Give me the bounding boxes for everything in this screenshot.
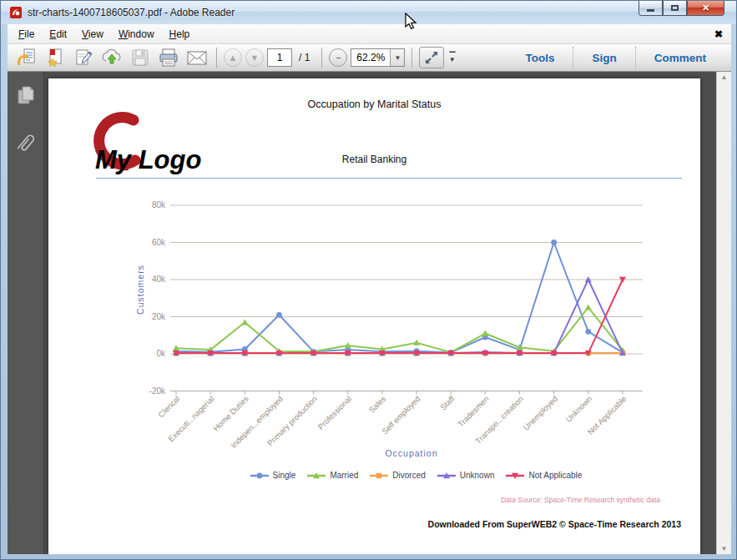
y-tick-label: 80k [152, 200, 166, 209]
zoom-dropdown-button[interactable]: ▼ [390, 49, 404, 66]
document-area: Occupation by Marital Status My Logo Ret… [44, 72, 716, 554]
open-file-button[interactable] [14, 47, 39, 69]
print-icon [158, 48, 179, 68]
menubar-close-icon[interactable]: ✖ [714, 28, 723, 40]
email-icon [186, 48, 208, 68]
x-tick-label: Unknown [563, 394, 593, 424]
y-tick-label: 20k [152, 312, 166, 321]
menu-window[interactable]: Window [111, 26, 162, 43]
legend-marker-icon [437, 472, 457, 480]
series-marker [276, 312, 282, 318]
legend-label: Married [330, 471, 358, 480]
y-tick-label: 60k [152, 238, 166, 247]
create-pdf-icon [45, 48, 65, 68]
cloud-upload-button[interactable] [99, 47, 124, 69]
legend-label: Single [273, 471, 296, 480]
zoom-level-input[interactable]: 62.2% [351, 52, 390, 63]
legend-label: Divorced [392, 471, 425, 480]
y-tick-label: 0k [156, 349, 166, 358]
legend-marker-icon [369, 472, 389, 480]
open-file-icon [17, 48, 37, 68]
print-button[interactable] [156, 47, 181, 69]
minimize-icon [647, 9, 654, 12]
legend-marker-icon [306, 472, 326, 480]
legend-item-married: Married [306, 471, 358, 480]
maximize-icon [671, 5, 679, 11]
fill-sign-icon [73, 48, 93, 68]
email-button[interactable] [184, 47, 209, 69]
series-marker [482, 330, 488, 336]
attachments-paperclip-icon[interactable] [10, 127, 40, 158]
close-icon: ✕ [702, 3, 709, 13]
zoom-control: 62.2% ▼ [351, 48, 405, 67]
page-thumbnails-icon[interactable] [16, 85, 36, 107]
menu-view[interactable]: View [74, 26, 111, 43]
line-chart: 80k60k40k20k0k-20kClericalExecuti...nage… [132, 194, 666, 469]
next-page-button[interactable]: ▼ [245, 48, 264, 67]
x-tick-label: Clerical [156, 394, 181, 419]
x-tick-label: Tradesmen [456, 394, 491, 429]
mouse-cursor [404, 13, 419, 31]
legend-label: Unknown [460, 471, 495, 480]
report-title: Occupation by Marital Status [48, 98, 700, 110]
document-viewport: Occupation by Marital Status My Logo Ret… [8, 72, 731, 554]
cloud-upload-icon [101, 48, 123, 68]
chevron-down-icon: ▼ [394, 54, 401, 62]
series-line-married [176, 307, 623, 352]
series-line-single [176, 243, 623, 353]
title-bar[interactable]: str-charts-1400718605037.pdf - Adobe Rea… [1, 1, 736, 24]
series-marker [585, 329, 591, 335]
minimize-button[interactable] [639, 1, 663, 16]
save-icon [131, 48, 149, 67]
legend-label: Not Applicable [528, 471, 582, 480]
toolbar-separator [411, 48, 412, 68]
maximize-button[interactable] [663, 1, 687, 16]
zoom-out-button[interactable]: − [329, 48, 347, 67]
y-tick-label: 40k [152, 275, 166, 284]
toolbar: ▲ ▼ 1 / 1 − 62.2% ▼ ▔ ▾ Tools Sign Comme… [8, 44, 731, 72]
tab-comment[interactable]: Comment [636, 44, 724, 71]
toolbar-separator [216, 48, 217, 68]
legend-item-not-applicable: Not Applicable [505, 471, 582, 480]
chart-legend: SingleMarriedDivorcedUnknownNot Applicab… [157, 471, 674, 480]
chart: 80k60k40k20k0k-20kClericalExecuti...nage… [132, 194, 666, 472]
scroll-up-icon[interactable]: ▲ [721, 73, 728, 81]
legend-marker-icon [505, 472, 525, 480]
navigation-pane [8, 72, 44, 554]
menu-bar: File Edit View Window Help ✖ [8, 24, 731, 44]
pdf-page: Occupation by Marital Status My Logo Ret… [48, 78, 700, 554]
minus-icon: − [336, 53, 341, 63]
download-footer: Downloaded From SuperWEB2 © Space-Time R… [428, 519, 681, 529]
fit-width-button[interactable] [419, 47, 444, 68]
series-line-unknown [176, 280, 623, 353]
menu-file[interactable]: File [11, 26, 42, 43]
down-arrow-icon: ▼ [250, 53, 260, 63]
y-axis-title: Customers [135, 265, 145, 315]
vertical-scrollbar[interactable]: ▲ ▼ [716, 72, 731, 554]
legend-item-unknown: Unknown [437, 471, 495, 480]
company-logo: My Logo [73, 112, 224, 182]
create-pdf-button[interactable] [43, 47, 68, 69]
tab-sign[interactable]: Sign [573, 44, 634, 71]
overflow-chevron-icon: ▾ [451, 58, 455, 61]
resize-arrows-icon [424, 50, 439, 65]
close-button[interactable]: ✕ [687, 1, 724, 16]
toolbar-overflow-button[interactable]: ▔ ▾ [449, 54, 455, 61]
menu-edit[interactable]: Edit [42, 26, 74, 43]
previous-page-button[interactable]: ▲ [224, 48, 242, 67]
x-tick-label: Sales [367, 394, 388, 415]
menu-help[interactable]: Help [162, 26, 198, 43]
legend-marker-icon [250, 472, 270, 480]
page-number-input[interactable]: 1 [267, 48, 292, 67]
fill-sign-button[interactable] [71, 47, 96, 69]
report-subtitle: Retail Banking [48, 154, 700, 165]
save-button[interactable] [128, 47, 153, 69]
header-divider [96, 178, 682, 179]
up-arrow-icon: ▲ [229, 53, 238, 63]
scroll-down-icon[interactable]: ▼ [721, 545, 728, 552]
pdf-file-icon [9, 6, 23, 19]
series-marker [241, 319, 248, 325]
y-tick-label: -20k [149, 386, 166, 396]
tab-tools[interactable]: Tools [507, 44, 573, 71]
series-marker [551, 240, 557, 245]
